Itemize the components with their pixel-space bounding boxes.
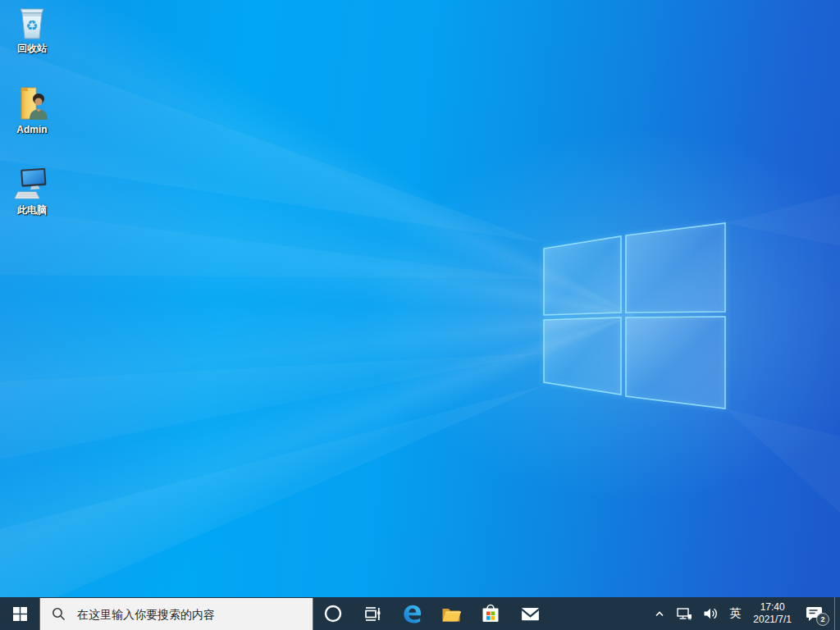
edge-button[interactable] — [392, 597, 431, 630]
language-indicator[interactable]: 英 — [724, 597, 746, 630]
desktop-icon-this-pc[interactable]: 此电脑 — [0, 165, 64, 216]
task-view-icon — [363, 604, 382, 623]
desktop-icon-recycle-bin[interactable]: ♻ 回收站 — [0, 3, 64, 54]
taskbar: 英 17:40 2021/7/1 2 — [0, 597, 840, 630]
edge-icon — [401, 603, 423, 625]
network-button[interactable] — [671, 597, 697, 630]
clock[interactable]: 17:40 2021/7/1 — [746, 597, 798, 630]
cortana-icon — [323, 604, 343, 623]
show-hidden-icons-button[interactable] — [648, 597, 671, 630]
notification-badge: 2 — [816, 613, 829, 626]
volume-button[interactable] — [697, 597, 724, 630]
windows-flag-panes — [544, 223, 725, 409]
light-rays — [0, 45, 840, 622]
recycle-bin-icon: ♻ — [14, 3, 50, 42]
windows-logo-icon — [13, 607, 27, 621]
file-explorer-icon — [441, 603, 462, 624]
desktop-icon-label: 此电脑 — [17, 205, 47, 216]
desktop-icon-label: 回收站 — [17, 43, 47, 54]
clock-time: 17:40 — [760, 601, 785, 614]
mail-icon — [519, 603, 541, 625]
search-input[interactable] — [75, 607, 284, 622]
cortana-button[interactable] — [313, 597, 353, 630]
show-desktop-button[interactable] — [834, 597, 840, 630]
windows-logo-wallpaper — [0, 0, 840, 630]
desktop-icon-label: Admin — [16, 125, 47, 135]
user-folder-icon — [14, 84, 50, 123]
svg-text:♻: ♻ — [25, 17, 38, 34]
task-view-button[interactable] — [353, 597, 392, 630]
system-tray: 英 17:40 2021/7/1 2 — [648, 597, 840, 630]
desktop: ♻ 回收站 Admin — [0, 0, 840, 630]
store-button[interactable] — [471, 597, 510, 630]
this-pc-icon — [14, 165, 50, 203]
start-button[interactable] — [0, 597, 39, 630]
taskbar-search[interactable] — [39, 598, 313, 630]
file-explorer-button[interactable] — [431, 597, 471, 630]
speaker-icon — [702, 605, 719, 622]
mail-button[interactable] — [510, 597, 550, 630]
store-icon — [480, 603, 501, 624]
network-ethernet-icon — [676, 605, 692, 622]
taskbar-empty-space — [550, 597, 648, 630]
search-icon — [52, 607, 66, 621]
action-center-button[interactable]: 2 — [798, 597, 834, 630]
chevron-up-icon — [653, 607, 666, 620]
desktop-icon-admin-folder[interactable]: Admin — [0, 84, 64, 135]
clock-date: 2021/7/1 — [753, 614, 792, 626]
